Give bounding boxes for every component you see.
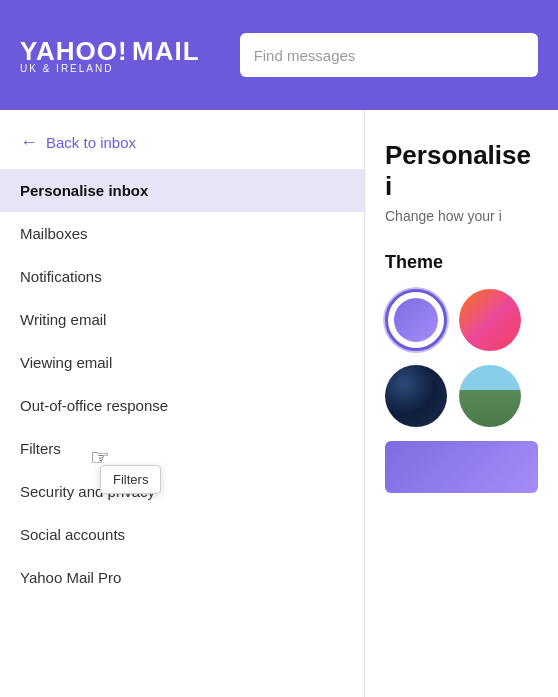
sidebar-item-viewing-email[interactable]: Viewing email	[0, 341, 364, 384]
sidebar: ← Back to inbox Personalise inbox Mailbo…	[0, 110, 365, 697]
logo-mail: MAIL	[132, 36, 200, 66]
theme-option-purple[interactable]	[385, 289, 447, 351]
sidebar-item-social-accounts[interactable]: Social accounts	[0, 513, 364, 556]
filters-tooltip: Filters	[100, 465, 161, 494]
sidebar-item-notifications[interactable]: Notifications	[0, 255, 364, 298]
logo-yahoo: YAHOO!	[20, 36, 128, 66]
filters-label: Filters	[20, 440, 61, 457]
panel-subtitle: Change how your i	[385, 208, 538, 224]
theme-row-2	[385, 365, 538, 427]
theme-label: Theme	[385, 252, 538, 273]
search-bar[interactable]: Find messages	[240, 33, 538, 77]
sidebar-item-out-of-office[interactable]: Out-of-office response	[0, 384, 364, 427]
theme-option-night[interactable]	[385, 365, 447, 427]
sidebar-item-personalise-inbox[interactable]: Personalise inbox	[0, 169, 364, 212]
sidebar-item-security[interactable]: Security and privacy	[0, 470, 364, 513]
theme-option-landscape[interactable]	[459, 365, 521, 427]
theme-row-1	[385, 289, 538, 351]
back-label: Back to inbox	[46, 134, 136, 151]
logo: YAHOO! MAIL UK & IRELAND	[20, 36, 200, 74]
sidebar-item-mailboxes[interactable]: Mailboxes	[0, 212, 364, 255]
sidebar-item-writing-email[interactable]: Writing email	[0, 298, 364, 341]
header: YAHOO! MAIL UK & IRELAND Find messages	[0, 0, 558, 110]
back-arrow-icon: ←	[20, 132, 38, 153]
panel-title: Personalise i	[385, 140, 538, 202]
theme-option-gradient-bar[interactable]	[385, 441, 538, 493]
sidebar-item-filters[interactable]: Filters ☞ Filters	[0, 427, 364, 470]
content-area: ← Back to inbox Personalise inbox Mailbo…	[0, 110, 558, 697]
search-placeholder: Find messages	[254, 47, 356, 64]
back-to-inbox-link[interactable]: ← Back to inbox	[0, 120, 364, 165]
right-panel: Personalise i Change how your i Theme	[365, 110, 558, 697]
theme-option-sunset[interactable]	[459, 289, 521, 351]
sidebar-item-yahoo-mail-pro[interactable]: Yahoo Mail Pro	[0, 556, 364, 599]
